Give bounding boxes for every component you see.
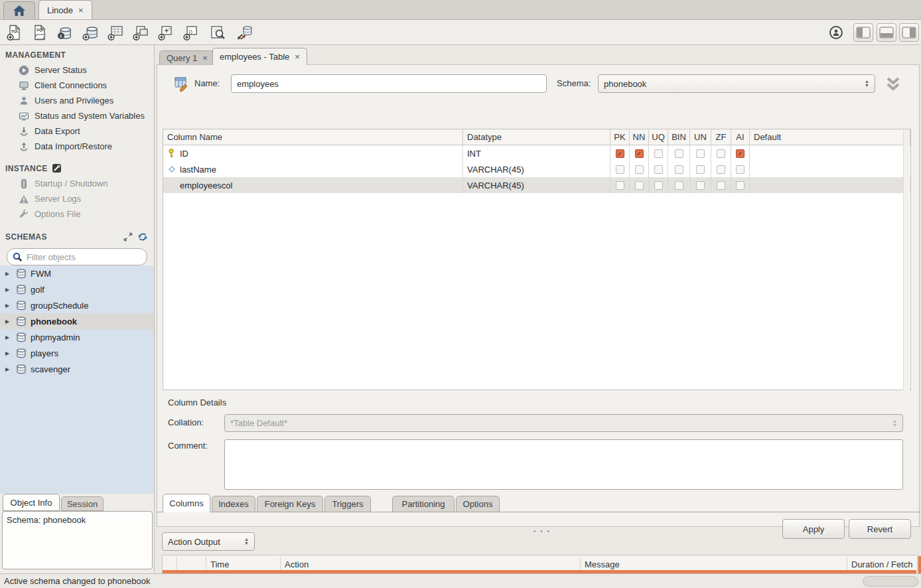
- create-routine-icon[interactable]: [155, 23, 177, 42]
- schema-item-fwm[interactable]: ▶FWM: [0, 265, 154, 281]
- comment-textarea[interactable]: [224, 439, 903, 490]
- table-row-lastName[interactable]: lastNameVARCHAR(45): [163, 161, 910, 177]
- checkbox-unchecked[interactable]: [654, 165, 663, 174]
- create-table-icon[interactable]: [105, 23, 126, 42]
- sidebar-item-server-status[interactable]: Server Status: [0, 62, 154, 78]
- expand-icon[interactable]: [123, 232, 133, 242]
- toggle-bottom-panel-icon[interactable]: [877, 23, 896, 42]
- open-sql-script-icon[interactable]: SQL: [29, 23, 50, 42]
- toggle-right-panel-icon[interactable]: [899, 23, 919, 42]
- home-tab[interactable]: [3, 1, 35, 19]
- output-splitter-handle[interactable]: • • •: [533, 528, 551, 535]
- checkbox-unchecked[interactable]: [696, 165, 705, 174]
- checkbox-unchecked[interactable]: [717, 165, 725, 174]
- expander-arrow-icon[interactable]: ▶: [5, 303, 12, 309]
- checkbox-unchecked[interactable]: [675, 149, 683, 158]
- search-data-icon[interactable]: [207, 23, 228, 42]
- expander-arrow-icon[interactable]: ▶: [5, 287, 12, 293]
- expander-arrow-icon[interactable]: ▶: [5, 271, 12, 277]
- checkbox-unchecked[interactable]: [696, 149, 705, 158]
- tab-object-info[interactable]: Object Info: [3, 494, 60, 511]
- subtab-columns[interactable]: Columns: [163, 494, 210, 512]
- checkbox-unchecked[interactable]: [654, 181, 663, 190]
- sidebar-item-options-file[interactable]: Options File: [0, 206, 154, 222]
- grid-header-UN[interactable]: UN: [690, 129, 711, 145]
- tab-query-1[interactable]: Query 1×: [159, 50, 215, 65]
- revert-button[interactable]: Revert: [849, 519, 911, 539]
- admin-icon[interactable]: [827, 23, 845, 42]
- grid-header-UQ[interactable]: UQ: [649, 129, 668, 145]
- schema-item-players[interactable]: ▶players: [0, 345, 154, 361]
- grid-scrollbar[interactable]: [903, 130, 910, 390]
- checkbox-unchecked[interactable]: [675, 165, 683, 174]
- schema-combo[interactable]: phonebook ▲▼: [598, 74, 875, 93]
- checkbox-unchecked[interactable]: [616, 181, 624, 190]
- subtab-options[interactable]: Options: [456, 496, 500, 512]
- create-schema-icon[interactable]: [80, 23, 101, 42]
- subtab-indexes[interactable]: Indexes: [212, 496, 255, 512]
- expander-arrow-icon[interactable]: ▶: [5, 350, 12, 356]
- schema-item-scavenger[interactable]: ▶scavenger: [0, 361, 154, 377]
- checkbox-unchecked[interactable]: [616, 165, 624, 174]
- sidebar-item-startup-shutdown[interactable]: Startup / Shutdown: [0, 176, 154, 191]
- checkbox-unchecked[interactable]: [736, 165, 744, 174]
- checkbox-unchecked[interactable]: [717, 181, 725, 190]
- schema-item-phpmyadmin[interactable]: ▶phpmyadmin: [0, 329, 154, 345]
- checkbox-unchecked[interactable]: [635, 181, 644, 190]
- sidebar-item-data-import-restore[interactable]: Data Import/Restore: [0, 139, 154, 154]
- sidebar-item-data-export[interactable]: Data Export: [0, 123, 154, 139]
- tab-session[interactable]: Session: [61, 496, 104, 511]
- checkbox-checked[interactable]: ✓: [635, 149, 644, 158]
- close-icon[interactable]: ×: [202, 53, 208, 63]
- subtab-foreign-keys[interactable]: Foreign Keys: [257, 496, 323, 512]
- table-row-ID[interactable]: IDINT✓✓✓: [163, 145, 910, 161]
- grid-header-Default[interactable]: Default: [750, 129, 910, 145]
- grid-header-BIN[interactable]: BIN: [668, 129, 690, 145]
- checkbox-unchecked[interactable]: [696, 181, 705, 190]
- expander-arrow-icon[interactable]: ▶: [5, 366, 12, 372]
- checkbox-unchecked[interactable]: [736, 181, 744, 190]
- server-info-icon[interactable]: i: [54, 23, 76, 42]
- sidebar-item-client-connections[interactable]: Client Connections: [0, 78, 154, 93]
- create-function-icon[interactable]: (): [180, 23, 202, 42]
- expander-arrow-icon[interactable]: ▶: [5, 319, 12, 325]
- table-name-input[interactable]: [231, 74, 547, 93]
- table-row-employeescol[interactable]: employeescolVARCHAR(45): [163, 177, 910, 193]
- checkbox-unchecked[interactable]: [654, 149, 663, 158]
- refresh-icon[interactable]: [138, 232, 147, 242]
- schema-filter-input[interactable]: [27, 252, 126, 262]
- close-icon[interactable]: ×: [295, 52, 300, 62]
- grid-header-Datatype[interactable]: Datatype: [463, 129, 610, 145]
- resize-grip-icon[interactable]: ⋰: [914, 581, 920, 587]
- sidebar-item-status-and-system-variables[interactable]: Status and System Variables: [0, 108, 154, 123]
- close-icon[interactable]: ×: [78, 5, 84, 15]
- new-sql-tab-icon[interactable]: SQL: [4, 23, 25, 42]
- schema-item-phonebook[interactable]: ▶phonebook: [0, 313, 154, 329]
- checkbox-checked[interactable]: ✓: [616, 149, 624, 158]
- create-view-icon[interactable]: [130, 23, 151, 42]
- subtab-partitioning[interactable]: Partitioning: [392, 496, 455, 512]
- sidebar-item-users-and-privileges[interactable]: Users and Privileges: [0, 93, 154, 108]
- tab-employees-table[interactable]: employees - Table×: [212, 48, 307, 65]
- subtab-triggers[interactable]: Triggers: [324, 496, 371, 512]
- grid-header-ZF[interactable]: ZF: [711, 129, 731, 145]
- action-output-selector[interactable]: Action Output ▲▼: [162, 532, 255, 551]
- schema-item-groupschedule[interactable]: ▶groupSchedule: [0, 297, 154, 313]
- reconnect-dbms-icon[interactable]: [234, 23, 255, 42]
- sidebar-item-server-logs[interactable]: Server Logs: [0, 191, 154, 206]
- checkbox-unchecked[interactable]: [635, 165, 644, 174]
- expander-arrow-icon[interactable]: ▶: [5, 334, 12, 340]
- apply-button[interactable]: Apply: [782, 519, 845, 539]
- toggle-left-panel-icon[interactable]: [853, 23, 873, 42]
- grid-header-Column Name[interactable]: Column Name: [163, 129, 463, 145]
- connection-tab[interactable]: Linode ×: [38, 0, 92, 19]
- chevron-double-down-icon[interactable]: [883, 74, 903, 93]
- grid-header-AI[interactable]: AI: [731, 129, 750, 145]
- checkbox-unchecked[interactable]: [717, 149, 725, 158]
- checkbox-unchecked[interactable]: [675, 181, 683, 190]
- grid-header-PK[interactable]: PK: [610, 129, 630, 145]
- schema-filter[interactable]: [7, 248, 147, 265]
- checkbox-checked[interactable]: ✓: [736, 149, 744, 158]
- grid-header-NN[interactable]: NN: [630, 129, 649, 145]
- schema-item-golf[interactable]: ▶golf: [0, 281, 154, 297]
